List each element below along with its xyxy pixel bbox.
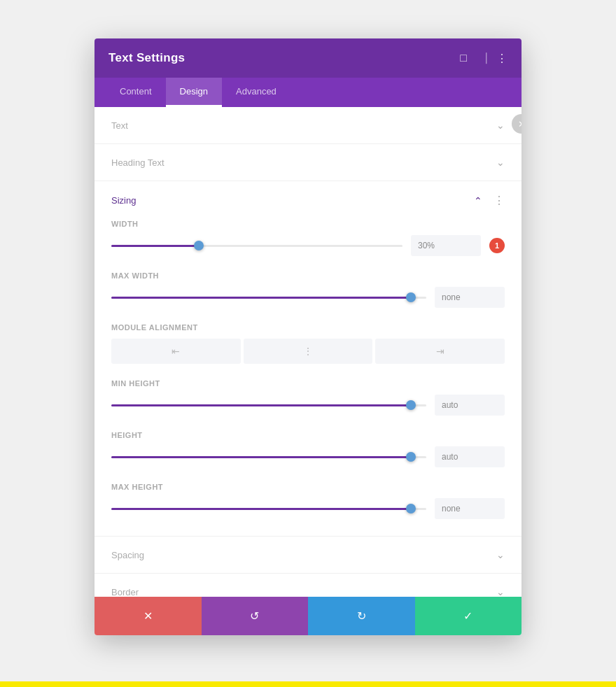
tabs: Content Design Advanced xyxy=(94,78,522,107)
section-heading-text-chevron: ⌄ xyxy=(496,157,505,168)
height-input[interactable] xyxy=(435,446,505,467)
section-text: Text ⌄ xyxy=(94,107,522,144)
section-spacing: Spacing ⌄ xyxy=(94,537,522,574)
section-sizing: Sizing ⌃ ⋮ Width xyxy=(94,181,522,537)
max-height-input[interactable] xyxy=(435,498,505,519)
field-width-controls: 1 xyxy=(111,235,505,256)
max-height-fill xyxy=(111,508,411,510)
width-thumb[interactable] xyxy=(194,241,204,250)
cancel-button[interactable]: ✕ xyxy=(94,597,202,635)
field-max-width-controls xyxy=(111,287,505,308)
min-height-thumb[interactable] xyxy=(406,400,416,410)
height-slider[interactable] xyxy=(111,450,426,464)
section-border-chevron: ⌄ xyxy=(496,586,505,597)
height-thumb[interactable] xyxy=(406,452,416,462)
section-text-title: Text xyxy=(111,120,128,131)
field-min-height-label: Min Height xyxy=(111,379,505,388)
max-height-thumb[interactable] xyxy=(406,504,416,514)
section-border-title: Border xyxy=(111,587,139,597)
max-width-fill xyxy=(111,297,411,299)
min-height-input[interactable] xyxy=(435,395,505,416)
width-slider[interactable] xyxy=(111,239,402,253)
field-height: Height xyxy=(111,431,505,467)
field-min-height: Min Height xyxy=(111,379,505,416)
reset-button[interactable]: ↺ xyxy=(202,597,309,635)
content-area: Text ⌄ Heading Text ⌄ Sizing ⌃ ⋮ xyxy=(94,107,522,597)
section-text-chevron: ⌄ xyxy=(496,120,505,131)
redo-button[interactable]: ↻ xyxy=(308,597,415,635)
sizing-header-controls: ⌃ ⋮ xyxy=(474,194,505,207)
field-height-controls xyxy=(111,446,505,467)
section-heading-text-title: Heading Text xyxy=(111,157,164,168)
columns-icon[interactable]: ⎹ xyxy=(477,52,486,64)
section-border: Border ⌄ xyxy=(94,574,522,597)
tab-content[interactable]: Content xyxy=(106,78,166,107)
max-width-slider[interactable] xyxy=(111,290,426,304)
field-width: Width 1 xyxy=(111,220,505,256)
align-center-icon: ⋮ xyxy=(303,346,313,357)
sizing-menu-icon[interactable]: ⋮ xyxy=(493,194,505,207)
section-spacing-title: Spacing xyxy=(111,550,144,560)
tab-design[interactable]: Design xyxy=(166,78,222,107)
sizing-content: Width 1 Max Width xyxy=(94,220,522,536)
field-max-width: Max Width xyxy=(111,271,505,308)
expand-icon[interactable]: □ xyxy=(460,52,467,64)
field-max-height-label: Max Height xyxy=(111,483,505,491)
width-input[interactable] xyxy=(411,235,481,256)
section-sizing-header[interactable]: Sizing ⌃ ⋮ xyxy=(94,181,522,220)
alignment-buttons: ⇤ ⋮ ⇥ xyxy=(111,339,505,364)
width-badge: 1 xyxy=(489,238,505,253)
modal-header: Text Settings □ ⎹ ⋮ xyxy=(94,38,522,78)
footer: ✕ ↺ ↻ ✓ xyxy=(94,597,522,635)
header-icons: □ ⎹ ⋮ xyxy=(460,52,507,65)
field-alignment-label: Module Alignment xyxy=(111,323,505,332)
field-height-label: Height xyxy=(111,431,505,439)
max-width-thumb[interactable] xyxy=(406,292,416,302)
align-center-button[interactable]: ⋮ xyxy=(244,339,373,364)
min-height-fill xyxy=(111,404,411,406)
section-heading-text-header[interactable]: Heading Text ⌄ xyxy=(94,144,522,180)
tab-advanced[interactable]: Advanced xyxy=(222,78,290,107)
field-width-label: Width xyxy=(111,220,505,228)
width-fill xyxy=(111,245,199,247)
section-sizing-title: Sizing xyxy=(111,195,136,206)
modal-title: Text Settings xyxy=(108,51,185,65)
min-height-track xyxy=(111,404,426,406)
align-left-button[interactable]: ⇤ xyxy=(111,339,241,364)
section-border-header[interactable]: Border ⌄ xyxy=(94,574,522,597)
section-sizing-chevron: ⌃ xyxy=(474,195,482,206)
more-icon[interactable]: ⋮ xyxy=(496,52,507,65)
section-spacing-chevron: ⌄ xyxy=(496,549,505,560)
align-left-icon: ⇤ xyxy=(172,346,180,357)
max-width-track xyxy=(111,297,426,299)
height-track xyxy=(111,456,426,458)
section-spacing-header[interactable]: Spacing ⌄ xyxy=(94,537,522,573)
field-max-height-controls xyxy=(111,498,505,519)
width-track xyxy=(111,245,402,247)
field-max-width-label: Max Width xyxy=(111,271,505,280)
max-width-input[interactable] xyxy=(435,287,505,308)
min-height-slider[interactable] xyxy=(111,398,426,412)
modal: Text Settings □ ⎹ ⋮ Content Design Advan… xyxy=(94,38,522,635)
field-max-height: Max Height xyxy=(111,483,505,519)
section-heading-text: Heading Text ⌄ xyxy=(94,144,522,181)
field-min-height-controls xyxy=(111,395,505,416)
yellow-bar xyxy=(0,681,616,687)
section-text-header[interactable]: Text ⌄ xyxy=(94,107,522,143)
max-height-slider[interactable] xyxy=(111,502,426,516)
align-right-icon: ⇥ xyxy=(436,346,444,357)
field-alignment: Module Alignment ⇤ ⋮ ⇥ xyxy=(111,323,505,364)
save-button[interactable]: ✓ xyxy=(415,597,522,635)
max-height-track xyxy=(111,508,426,510)
height-fill xyxy=(111,456,411,458)
align-right-button[interactable]: ⇥ xyxy=(375,339,505,364)
